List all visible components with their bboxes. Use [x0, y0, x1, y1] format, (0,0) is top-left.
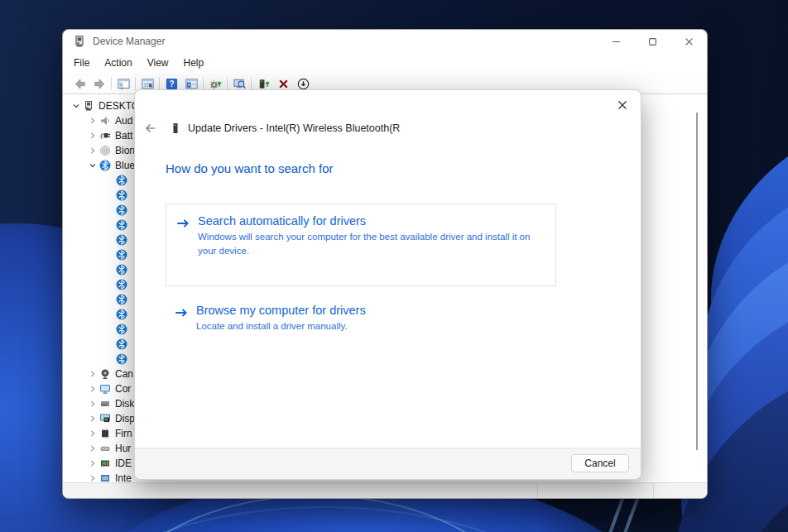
chevron-right-icon[interactable]	[86, 130, 99, 141]
chevron-spacer	[103, 264, 116, 276]
statusbar-separator	[653, 483, 654, 498]
window-controls	[598, 30, 707, 53]
chevron-down-icon[interactable]	[86, 160, 99, 171]
ide-chip-icon	[99, 458, 111, 469]
update-driver-icon	[257, 77, 271, 91]
chevron-right-icon[interactable]	[86, 398, 99, 410]
chevron-right-icon[interactable]	[86, 115, 99, 127]
disable-device-icon	[296, 77, 310, 91]
option-title[interactable]: Search automatically for drivers	[198, 214, 545, 228]
toolbar-separator	[251, 77, 252, 90]
close-button[interactable]	[670, 30, 707, 53]
uninstall-icon	[276, 77, 291, 91]
chevron-right-icon[interactable]	[86, 458, 99, 469]
tree-label: Disp	[115, 413, 135, 424]
menu-file[interactable]: File	[66, 53, 97, 74]
gamepad-icon	[99, 443, 111, 454]
toolbar-separator	[159, 77, 160, 90]
bluetooth-icon	[116, 175, 127, 186]
tree-label: Hur	[115, 443, 131, 454]
dialog-close-button[interactable]	[614, 97, 631, 113]
chevron-right-icon[interactable]	[86, 428, 99, 439]
close-icon	[685, 37, 694, 46]
battery-icon	[99, 130, 111, 141]
tree-label: DESKTO	[98, 100, 139, 112]
chevron-down-icon[interactable]	[70, 100, 83, 112]
bluetooth-icon	[99, 160, 111, 171]
bluetooth-icon	[116, 324, 127, 335]
menu-action[interactable]: Action	[97, 53, 139, 74]
chevron-spacer	[103, 249, 116, 261]
tree-scrollbar[interactable]	[696, 113, 698, 450]
tree-label: Can	[115, 368, 133, 380]
close-icon	[617, 99, 628, 111]
chevron-spacer	[103, 219, 116, 231]
device-manager-app-icon	[73, 35, 86, 48]
dialog-header: Update Drivers - Intel(R) Wireless Bluet…	[143, 121, 400, 136]
menu-view[interactable]: View	[140, 53, 176, 74]
chevron-spacer	[103, 204, 116, 216]
bluetooth-icon	[116, 279, 127, 290]
search-icon	[233, 77, 247, 91]
back-icon	[73, 77, 87, 91]
search-automatically-option[interactable]: Search automatically for drivers Windows…	[166, 204, 556, 286]
chevron-spacer	[103, 338, 116, 350]
dialog-heading: How do you want to search for	[166, 161, 334, 175]
bluetooth-icon	[116, 204, 127, 216]
right-arrow-icon	[173, 305, 190, 320]
bluetooth-icon	[116, 294, 127, 305]
chevron-spacer	[103, 294, 116, 305]
computer-icon	[83, 100, 94, 112]
display-adapter-icon	[99, 413, 111, 424]
right-arrow-icon	[175, 216, 191, 231]
show-console-tree-button[interactable]	[113, 74, 133, 93]
chevron-right-icon[interactable]	[86, 383, 99, 395]
chevron-spacer	[103, 279, 116, 290]
bluetooth-icon	[116, 264, 127, 276]
chevron-spacer	[103, 309, 116, 320]
maximize-icon	[648, 37, 657, 46]
dialog-footer: Cancel	[135, 448, 641, 479]
statusbar-separator	[537, 483, 538, 498]
console-tree-icon	[117, 77, 131, 91]
tree-label: Aud	[115, 115, 132, 127]
maximize-button[interactable]	[634, 30, 670, 53]
tree-label: Batt	[115, 130, 132, 141]
chevron-right-icon[interactable]	[86, 413, 99, 424]
bluetooth-icon	[116, 249, 127, 261]
update-drivers-dialog: Update Drivers - Intel(R) Wireless Bluet…	[134, 89, 641, 480]
chevron-right-icon[interactable]	[86, 145, 99, 156]
minimize-icon	[612, 37, 621, 46]
status-bar	[63, 482, 707, 498]
cancel-button[interactable]: Cancel	[571, 454, 629, 472]
toolbar-separator	[203, 77, 204, 90]
camera-icon	[99, 368, 111, 380]
menu-bar: File Action View Help	[63, 53, 707, 74]
tree-label: Blue	[115, 160, 135, 171]
chevron-spacer	[103, 353, 116, 365]
help-icon	[165, 77, 179, 91]
monitor-icon	[99, 383, 111, 395]
option-description: Windows will search your computer for th…	[198, 230, 545, 257]
tree-label: Cor	[115, 383, 131, 395]
back-arrow-icon[interactable]	[143, 121, 158, 136]
browse-computer-option[interactable]: Browse my computer for drivers Locate an…	[173, 304, 366, 333]
tree-label: Disk	[115, 398, 134, 410]
bluetooth-icon	[116, 219, 127, 231]
bluetooth-icon	[116, 234, 127, 246]
menu-help[interactable]: Help	[176, 53, 212, 74]
chevron-right-icon[interactable]	[86, 368, 99, 380]
forward-button[interactable]	[89, 74, 109, 93]
bluetooth-icon	[116, 189, 127, 201]
minimize-button[interactable]	[598, 30, 634, 53]
title-bar[interactable]: Device Manager	[63, 30, 707, 53]
fingerprint-icon	[99, 145, 111, 156]
bluetooth-icon	[116, 353, 127, 365]
chevron-right-icon[interactable]	[86, 443, 99, 454]
firmware-chip-icon	[99, 428, 111, 439]
forward-icon	[93, 77, 107, 91]
chevron-spacer	[103, 189, 116, 201]
option-title[interactable]: Browse my computer for drivers	[196, 304, 366, 317]
back-button[interactable]	[70, 74, 89, 93]
tree-label: Bion	[115, 145, 135, 156]
